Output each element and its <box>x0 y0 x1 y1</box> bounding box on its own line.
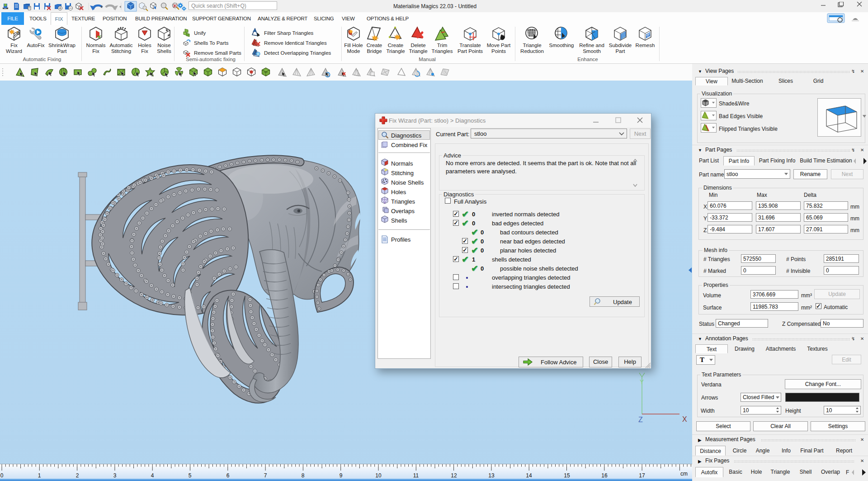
svg-text:12: 12 <box>451 472 457 479</box>
svg-text:Z: Z <box>638 416 643 423</box>
svg-text:2: 2 <box>76 472 79 479</box>
svg-text:6: 6 <box>226 472 230 479</box>
svg-text:4: 4 <box>151 472 154 479</box>
svg-text:Y: Y <box>640 378 644 386</box>
svg-text:5: 5 <box>189 472 192 479</box>
svg-text:9: 9 <box>340 472 343 479</box>
svg-text:17: 17 <box>639 472 645 479</box>
svg-text:10: 10 <box>375 472 382 479</box>
svg-text:13: 13 <box>488 472 495 479</box>
svg-text:7: 7 <box>264 472 267 479</box>
svg-text:0: 0 <box>0 472 4 479</box>
svg-text:16: 16 <box>601 472 608 479</box>
svg-text:1: 1 <box>38 472 41 479</box>
svg-text:8: 8 <box>302 472 305 479</box>
svg-text:11: 11 <box>413 472 419 479</box>
svg-text:15: 15 <box>564 472 570 479</box>
svg-text:14: 14 <box>526 472 532 479</box>
svg-text:3: 3 <box>113 472 117 479</box>
svg-text:cm: cm <box>680 471 688 477</box>
svg-text:X: X <box>682 415 687 423</box>
